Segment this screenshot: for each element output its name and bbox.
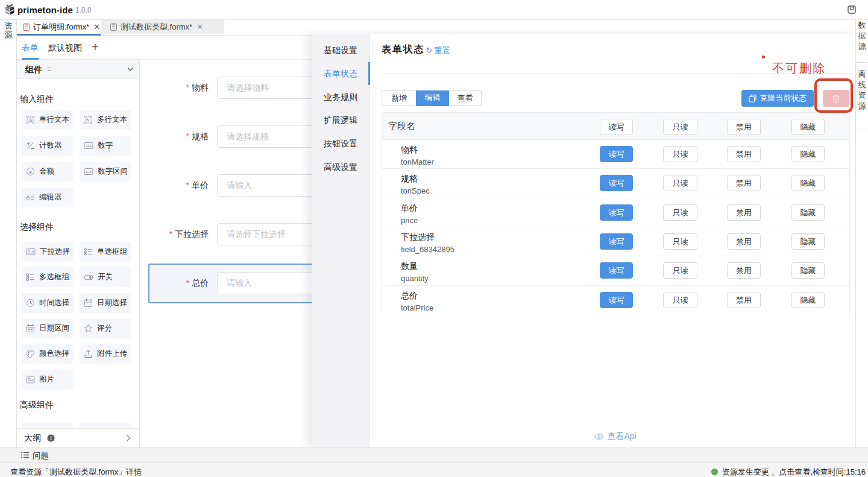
svg-text:¥: ¥	[28, 169, 32, 175]
svg-text:A: A	[86, 117, 89, 121]
svg-text:123: 123	[86, 144, 91, 148]
svg-text:1~3: 1~3	[86, 170, 91, 174]
svg-text:A: A	[26, 194, 30, 200]
svg-text:A: A	[28, 117, 33, 123]
